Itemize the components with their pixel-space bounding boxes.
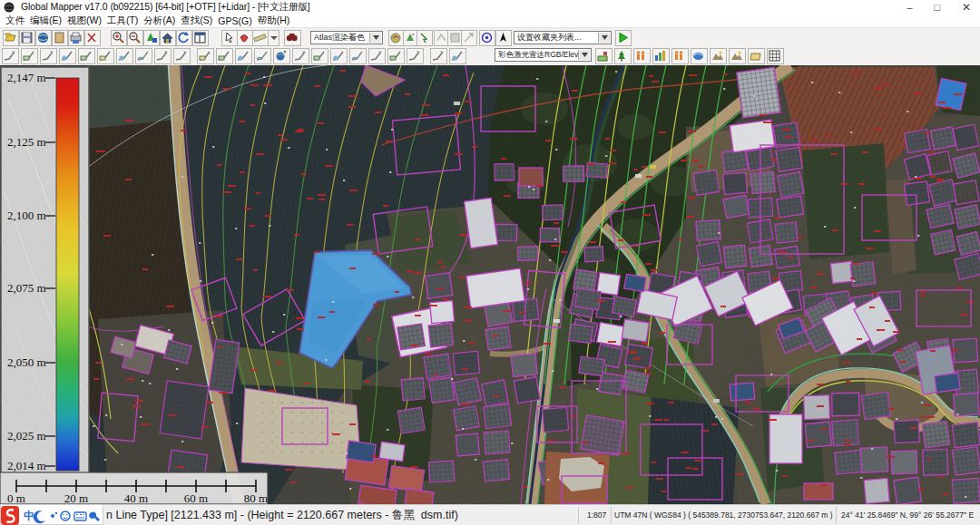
svg-text:60 m: 60 m bbox=[184, 491, 208, 504]
svg-text:中: 中 bbox=[24, 510, 34, 522]
svg-text:40 m: 40 m bbox=[124, 491, 148, 504]
svg-text:2,025 m: 2,025 m bbox=[7, 429, 46, 442]
svg-text:20 m: 20 m bbox=[64, 491, 88, 504]
svg-text:0 m: 0 m bbox=[7, 491, 25, 504]
svg-text:2,147 m: 2,147 m bbox=[7, 71, 46, 84]
svg-text:80 m: 80 m bbox=[244, 491, 268, 504]
svg-text:2,075 m: 2,075 m bbox=[7, 281, 46, 295]
svg-text:2,100 m: 2,100 m bbox=[7, 209, 46, 222]
svg-text:2,125 m: 2,125 m bbox=[7, 135, 46, 149]
svg-text:2,050 m: 2,050 m bbox=[7, 355, 46, 369]
svg-text:2,014 m: 2,014 m bbox=[7, 459, 46, 472]
